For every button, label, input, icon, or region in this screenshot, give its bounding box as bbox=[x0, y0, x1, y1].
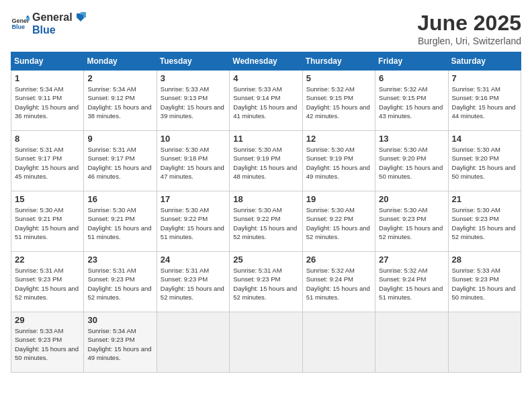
svg-text:Blue: Blue bbox=[11, 24, 25, 30]
day-number: 3 bbox=[161, 73, 226, 83]
logo-blue: Blue bbox=[32, 24, 56, 36]
calendar-cell: 28Sunrise: 5:33 AMSunset: 9:23 PMDayligh… bbox=[448, 252, 521, 312]
logo-general: General bbox=[32, 11, 73, 24]
calendar-week-5: 29Sunrise: 5:33 AMSunset: 9:23 PMDayligh… bbox=[11, 312, 521, 373]
calendar-cell: 27Sunrise: 5:32 AMSunset: 9:24 PMDayligh… bbox=[375, 252, 448, 312]
logo: General Blue General Blue bbox=[11, 11, 87, 36]
calendar-week-2: 8Sunrise: 5:31 AMSunset: 9:17 PMDaylight… bbox=[11, 131, 521, 191]
day-number: 15 bbox=[15, 194, 80, 204]
day-info: Sunrise: 5:34 AMSunset: 9:12 PMDaylight:… bbox=[87, 85, 152, 120]
day-info: Sunrise: 5:30 AMSunset: 9:22 PMDaylight:… bbox=[306, 205, 371, 241]
calendar-cell: 21Sunrise: 5:30 AMSunset: 9:23 PMDayligh… bbox=[448, 191, 521, 252]
calendar-header-row: SundayMondayTuesdayWednesdayThursdayFrid… bbox=[11, 52, 521, 71]
day-info: Sunrise: 5:33 AMSunset: 9:14 PMDaylight:… bbox=[233, 85, 298, 120]
day-info: Sunrise: 5:31 AMSunset: 9:23 PMDaylight:… bbox=[15, 266, 80, 302]
calendar-cell: 23Sunrise: 5:31 AMSunset: 9:23 PMDayligh… bbox=[84, 252, 157, 312]
day-info: Sunrise: 5:31 AMSunset: 9:17 PMDaylight:… bbox=[15, 145, 80, 181]
calendar-cell: 25Sunrise: 5:31 AMSunset: 9:23 PMDayligh… bbox=[230, 252, 302, 312]
calendar-cell: 14Sunrise: 5:30 AMSunset: 9:20 PMDayligh… bbox=[448, 131, 521, 191]
calendar-cell: 3Sunrise: 5:33 AMSunset: 9:13 PMDaylight… bbox=[157, 71, 229, 131]
day-number: 9 bbox=[87, 134, 152, 144]
day-number: 17 bbox=[161, 194, 226, 204]
calendar-cell: 15Sunrise: 5:30 AMSunset: 9:21 PMDayligh… bbox=[11, 191, 84, 252]
day-info: Sunrise: 5:31 AMSunset: 9:23 PMDaylight:… bbox=[87, 266, 152, 302]
header-thursday: Thursday bbox=[302, 52, 375, 71]
day-info: Sunrise: 5:31 AMSunset: 9:23 PMDaylight:… bbox=[233, 266, 298, 302]
day-info: Sunrise: 5:32 AMSunset: 9:15 PMDaylight:… bbox=[379, 85, 444, 120]
day-info: Sunrise: 5:30 AMSunset: 9:20 PMDaylight:… bbox=[452, 145, 517, 181]
day-number: 11 bbox=[233, 134, 298, 144]
day-number: 23 bbox=[87, 255, 152, 265]
day-info: Sunrise: 5:30 AMSunset: 9:23 PMDaylight:… bbox=[379, 205, 444, 241]
day-info: Sunrise: 5:32 AMSunset: 9:24 PMDaylight:… bbox=[379, 266, 444, 302]
day-info: Sunrise: 5:30 AMSunset: 9:18 PMDaylight:… bbox=[161, 145, 226, 181]
day-info: Sunrise: 5:30 AMSunset: 9:19 PMDaylight:… bbox=[233, 145, 298, 181]
day-number: 12 bbox=[306, 134, 371, 144]
header-sunday: Sunday bbox=[11, 52, 84, 71]
day-info: Sunrise: 5:31 AMSunset: 9:23 PMDaylight:… bbox=[161, 266, 226, 302]
calendar-cell: 19Sunrise: 5:30 AMSunset: 9:22 PMDayligh… bbox=[302, 191, 375, 252]
day-number: 18 bbox=[233, 194, 298, 204]
day-info: Sunrise: 5:30 AMSunset: 9:20 PMDaylight:… bbox=[379, 145, 444, 181]
calendar-week-3: 15Sunrise: 5:30 AMSunset: 9:21 PMDayligh… bbox=[11, 191, 521, 252]
calendar-cell bbox=[375, 312, 448, 373]
day-info: Sunrise: 5:30 AMSunset: 9:21 PMDaylight:… bbox=[15, 205, 80, 241]
day-info: Sunrise: 5:33 AMSunset: 9:23 PMDaylight:… bbox=[452, 266, 517, 302]
day-number: 14 bbox=[452, 134, 517, 144]
calendar-cell: 2Sunrise: 5:34 AMSunset: 9:12 PMDaylight… bbox=[84, 71, 157, 131]
calendar-title: June 2025 bbox=[417, 11, 521, 36]
calendar-week-1: 1Sunrise: 5:34 AMSunset: 9:11 PMDaylight… bbox=[11, 71, 521, 131]
calendar-cell bbox=[157, 312, 229, 373]
calendar-cell: 24Sunrise: 5:31 AMSunset: 9:23 PMDayligh… bbox=[157, 252, 229, 312]
header-tuesday: Tuesday bbox=[157, 52, 229, 71]
calendar-cell: 13Sunrise: 5:30 AMSunset: 9:20 PMDayligh… bbox=[375, 131, 448, 191]
calendar-cell: 29Sunrise: 5:33 AMSunset: 9:23 PMDayligh… bbox=[11, 312, 84, 373]
calendar-cell: 20Sunrise: 5:30 AMSunset: 9:23 PMDayligh… bbox=[375, 191, 448, 252]
day-number: 8 bbox=[15, 134, 80, 144]
calendar-cell: 11Sunrise: 5:30 AMSunset: 9:19 PMDayligh… bbox=[230, 131, 302, 191]
calendar-cell: 1Sunrise: 5:34 AMSunset: 9:11 PMDaylight… bbox=[11, 71, 84, 131]
calendar-cell: 16Sunrise: 5:30 AMSunset: 9:21 PMDayligh… bbox=[84, 191, 157, 252]
day-number: 6 bbox=[379, 73, 444, 83]
day-number: 21 bbox=[452, 194, 517, 204]
day-number: 1 bbox=[15, 73, 80, 83]
day-info: Sunrise: 5:32 AMSunset: 9:24 PMDaylight:… bbox=[306, 266, 371, 302]
day-number: 10 bbox=[161, 134, 226, 144]
day-info: Sunrise: 5:31 AMSunset: 9:17 PMDaylight:… bbox=[87, 145, 152, 181]
day-number: 30 bbox=[87, 315, 152, 325]
title-area: June 2025 Burglen, Uri, Switzerland bbox=[417, 11, 521, 46]
day-info: Sunrise: 5:33 AMSunset: 9:13 PMDaylight:… bbox=[161, 85, 226, 120]
day-number: 13 bbox=[379, 134, 444, 144]
calendar-week-4: 22Sunrise: 5:31 AMSunset: 9:23 PMDayligh… bbox=[11, 252, 521, 312]
calendar-cell bbox=[230, 312, 302, 373]
calendar-subtitle: Burglen, Uri, Switzerland bbox=[417, 36, 521, 46]
calendar-cell: 5Sunrise: 5:32 AMSunset: 9:15 PMDaylight… bbox=[302, 71, 375, 131]
header: General Blue General Blue June 2025 Burg… bbox=[11, 11, 521, 46]
calendar-cell: 9Sunrise: 5:31 AMSunset: 9:17 PMDaylight… bbox=[84, 131, 157, 191]
day-number: 28 bbox=[452, 255, 517, 265]
day-info: Sunrise: 5:31 AMSunset: 9:16 PMDaylight:… bbox=[452, 85, 517, 120]
calendar-cell: 8Sunrise: 5:31 AMSunset: 9:17 PMDaylight… bbox=[11, 131, 84, 191]
day-info: Sunrise: 5:30 AMSunset: 9:23 PMDaylight:… bbox=[452, 205, 517, 241]
day-info: Sunrise: 5:33 AMSunset: 9:23 PMDaylight:… bbox=[15, 326, 80, 362]
day-number: 16 bbox=[87, 194, 152, 204]
header-wednesday: Wednesday bbox=[230, 52, 302, 71]
day-number: 7 bbox=[452, 73, 517, 83]
header-friday: Friday bbox=[375, 52, 448, 71]
day-number: 29 bbox=[15, 315, 80, 325]
day-number: 20 bbox=[379, 194, 444, 204]
calendar-cell: 17Sunrise: 5:30 AMSunset: 9:22 PMDayligh… bbox=[157, 191, 229, 252]
calendar-cell: 6Sunrise: 5:32 AMSunset: 9:15 PMDaylight… bbox=[375, 71, 448, 131]
day-number: 4 bbox=[233, 73, 298, 83]
day-info: Sunrise: 5:34 AMSunset: 9:11 PMDaylight:… bbox=[15, 85, 80, 120]
svg-text:General: General bbox=[11, 17, 30, 24]
calendar-cell: 10Sunrise: 5:30 AMSunset: 9:18 PMDayligh… bbox=[157, 131, 229, 191]
day-info: Sunrise: 5:34 AMSunset: 9:23 PMDaylight:… bbox=[87, 326, 152, 362]
day-info: Sunrise: 5:30 AMSunset: 9:21 PMDaylight:… bbox=[87, 205, 152, 241]
calendar-cell bbox=[448, 312, 521, 373]
day-number: 22 bbox=[15, 255, 80, 265]
calendar-cell: 18Sunrise: 5:30 AMSunset: 9:22 PMDayligh… bbox=[230, 191, 302, 252]
day-number: 25 bbox=[233, 255, 298, 265]
day-info: Sunrise: 5:30 AMSunset: 9:22 PMDaylight:… bbox=[233, 205, 298, 241]
day-info: Sunrise: 5:32 AMSunset: 9:15 PMDaylight:… bbox=[306, 85, 371, 120]
